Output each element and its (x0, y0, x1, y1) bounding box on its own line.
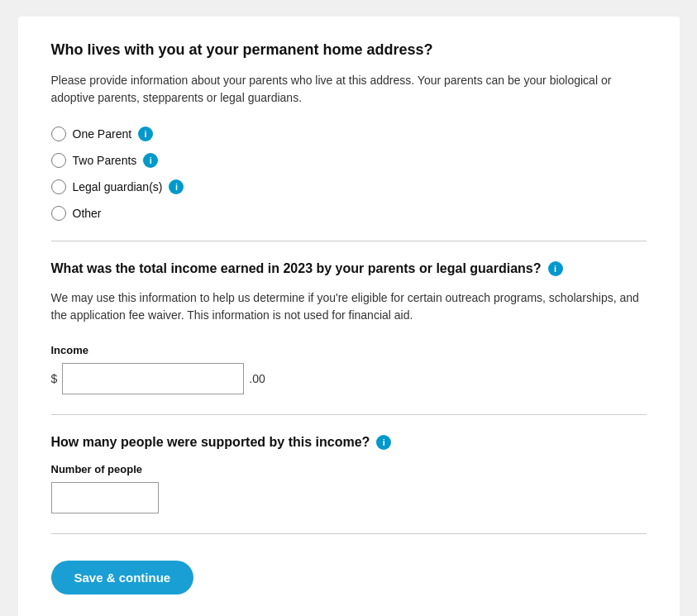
radio-label-other: Other (73, 207, 102, 220)
radio-item-one-parent[interactable]: One Parent i (51, 127, 647, 141)
dollar-sign: $ (51, 372, 58, 385)
radio-item-other[interactable]: Other (51, 206, 647, 221)
income-description: We may use this information to help us d… (51, 289, 647, 324)
info-icon-one-parent[interactable]: i (138, 127, 153, 141)
radio-two-parents[interactable] (51, 153, 66, 168)
number-of-people-input[interactable] (51, 482, 159, 513)
radio-one-parent[interactable] (51, 127, 66, 141)
radio-legal-guardian[interactable] (51, 179, 66, 194)
radio-item-legal-guardian[interactable]: Legal guardian(s) i (51, 179, 647, 194)
page-description: Please provide information about your pa… (51, 72, 647, 107)
people-title-text: How many people were supported by this i… (51, 435, 370, 450)
info-icon-income[interactable]: i (548, 261, 563, 276)
living-situation-radio-group: One Parent i Two Parents i Legal guardia… (51, 127, 647, 221)
income-title-text: What was the total income earned in 2023… (51, 261, 542, 276)
radio-other[interactable] (51, 206, 66, 221)
radio-label-legal-guardian: Legal guardian(s) (73, 180, 163, 193)
page-title: Who lives with you at your permanent hom… (51, 41, 647, 59)
divider-3 (51, 533, 647, 534)
income-row: $ .00 (51, 363, 647, 394)
radio-label-two-parents: Two Parents (73, 154, 137, 167)
cents-label: .00 (249, 372, 265, 385)
main-form: Who lives with you at your permanent hom… (18, 17, 680, 616)
radio-label-one-parent: One Parent (73, 127, 132, 141)
income-input[interactable] (62, 363, 244, 394)
divider-2 (51, 414, 647, 415)
info-icon-legal-guardian[interactable]: i (169, 179, 184, 194)
income-section-title: What was the total income earned in 2023… (51, 261, 647, 276)
radio-item-two-parents[interactable]: Two Parents i (51, 153, 647, 168)
info-icon-two-parents[interactable]: i (143, 153, 158, 168)
divider-1 (51, 241, 647, 241)
info-icon-people[interactable]: i (376, 435, 391, 450)
people-label: Number of people (51, 463, 647, 475)
income-label: Income (51, 344, 647, 356)
save-continue-button[interactable]: Save & continue (51, 561, 194, 595)
people-section-title: How many people were supported by this i… (51, 435, 647, 450)
